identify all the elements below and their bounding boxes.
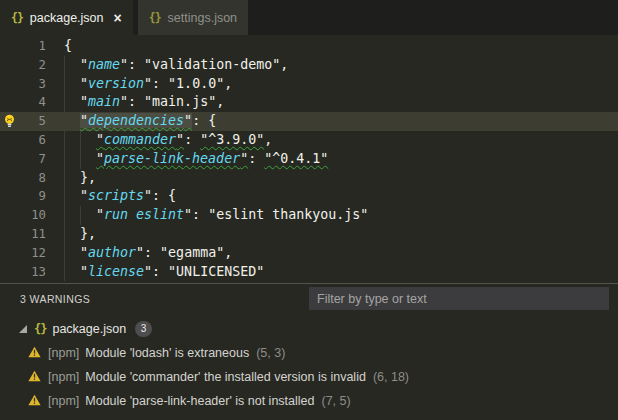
- line-number: 6: [0, 131, 46, 150]
- code-token: :: [184, 132, 200, 147]
- code-token: main: [88, 94, 120, 109]
- code-line[interactable]: 9 "scripts": {: [0, 187, 618, 206]
- code-token: ":: [120, 57, 144, 72]
- code-token: dependencies: [88, 113, 184, 128]
- code-token: name: [88, 57, 120, 72]
- code-token: ": [64, 264, 88, 279]
- code-token: : {: [192, 113, 216, 128]
- vscode-window: { "tabs": { "items": [ {"label": "packag…: [0, 0, 618, 420]
- indent-guide: [64, 150, 65, 169]
- line-number: 11: [0, 225, 46, 244]
- code-line[interactable]: 12 "author": "egamma",: [0, 244, 618, 263]
- code-line[interactable]: 2 "name": "validation-demo",: [0, 56, 618, 75]
- code-token: ":: [184, 207, 208, 222]
- editor-tab-bar: {}package.json×{}settings.json: [0, 0, 618, 35]
- warning-row[interactable]: [npm]Module 'lodash' is extraneous(5, 3): [0, 341, 618, 365]
- code-line[interactable]: 10 "run eslint": "eslint thankyou.js": [0, 206, 618, 225]
- line-number: 4: [0, 93, 46, 112]
- code-token: "main.js": [144, 94, 216, 109]
- tab-package-json[interactable]: {}package.json×: [0, 0, 133, 35]
- warning-source: [npm]: [48, 394, 79, 408]
- twistie-expanded-icon[interactable]: [19, 325, 27, 333]
- tab-settings-json[interactable]: {}settings.json: [138, 0, 248, 35]
- indent-guide: [80, 131, 81, 150]
- code-token: "validation-demo": [144, 57, 280, 72]
- code-token: ": [184, 113, 192, 128]
- warning-icon: [28, 370, 41, 385]
- code-token: "^3.9.0": [200, 132, 264, 147]
- code-token: run eslint: [104, 207, 184, 222]
- warning-row[interactable]: [npm]Module 'commander' the installed ve…: [0, 365, 618, 389]
- code-token: :: [248, 151, 264, 166]
- json-braces-icon: {}: [34, 322, 46, 336]
- code-token: ,: [216, 94, 224, 109]
- code-token: ": [64, 57, 88, 72]
- code-token: ":: [144, 76, 168, 91]
- warning-icon: [28, 394, 41, 409]
- code-token: ": [80, 113, 88, 128]
- code-editor[interactable]: 1{2 "name": "validation-demo",3 "version…: [0, 35, 618, 283]
- code-token: ": [64, 94, 88, 109]
- json-braces-icon: {}: [149, 11, 161, 25]
- warning-message: Module 'parse-link-header' is not instal…: [85, 394, 314, 408]
- code-token: ": [96, 151, 104, 166]
- code-token: ": [64, 188, 88, 203]
- warning-message: Module 'lodash' is extraneous: [85, 346, 249, 360]
- code-token: {: [64, 38, 72, 53]
- code-token: ": [240, 151, 248, 166]
- code-line[interactable]: 11 },: [0, 225, 618, 244]
- code-token: "eslint thankyou.js": [208, 207, 368, 222]
- code-line[interactable]: 1{: [0, 37, 618, 56]
- json-braces-icon: {}: [11, 11, 23, 25]
- warnings-count-label: 3 WARNINGS: [20, 293, 90, 305]
- line-number: 2: [0, 56, 46, 75]
- warning-source: [npm]: [48, 346, 79, 360]
- code-line[interactable]: 5 "dependencies": {: [0, 112, 618, 131]
- close-icon[interactable]: ×: [114, 11, 122, 25]
- code-line[interactable]: 3 "version": "1.0.0",: [0, 75, 618, 94]
- line-number: 13: [0, 263, 46, 282]
- code-token: ": [176, 132, 184, 147]
- code-token: },: [64, 226, 96, 241]
- problems-file-row[interactable]: {}package.json3: [0, 317, 618, 341]
- indent-guide: [64, 56, 65, 75]
- code-line[interactable]: 8 },: [0, 169, 618, 188]
- problems-panel: 3 WARNINGS {}package.json3[npm]Module 'l…: [0, 283, 618, 420]
- problems-tree: {}package.json3[npm]Module 'lodash' is e…: [0, 314, 618, 413]
- code-token: "1.0.0": [168, 76, 224, 91]
- code-token: license: [88, 264, 144, 279]
- indent-guide: [64, 187, 65, 206]
- code-token: ,: [224, 76, 232, 91]
- code-token: ,: [264, 132, 272, 147]
- code-token: ":: [136, 245, 160, 260]
- code-token: ": [64, 245, 88, 260]
- problems-filter-input[interactable]: [309, 287, 609, 310]
- line-number: 9: [0, 187, 46, 206]
- code-line[interactable]: 4 "main": "main.js",: [0, 93, 618, 112]
- indent-guide: [64, 75, 65, 94]
- code-token: [64, 113, 80, 128]
- tab-label: settings.json: [168, 11, 237, 25]
- line-number: 1: [0, 37, 46, 56]
- line-number: 3: [0, 75, 46, 94]
- warning-location: (5, 3): [256, 346, 285, 360]
- file-name-label: package.json: [52, 322, 126, 336]
- indent-guide: [64, 169, 65, 188]
- problems-panel-header: 3 WARNINGS: [0, 284, 618, 314]
- code-line[interactable]: 6 "commander": "^3.9.0",: [0, 131, 618, 150]
- warning-row[interactable]: [npm]Module 'parse-link-header' is not i…: [0, 389, 618, 413]
- code-token: ": [64, 207, 104, 222]
- code-token: version: [88, 76, 144, 91]
- code-token: parse-link-header: [104, 151, 240, 166]
- code-token: "egamma": [160, 245, 224, 260]
- indent-guide: [64, 244, 65, 263]
- indent-guide: [64, 263, 65, 282]
- code-token: ,: [224, 245, 232, 260]
- indent-guide: [64, 225, 65, 244]
- indent-guide: [80, 206, 81, 225]
- code-token: ": {: [144, 188, 176, 203]
- code-line[interactable]: 7 "parse-link-header": "^0.4.1": [0, 150, 618, 169]
- indent-guide: [64, 93, 65, 112]
- code-token: ,: [280, 57, 288, 72]
- code-line[interactable]: 13 "license": "UNLICENSED": [0, 263, 618, 282]
